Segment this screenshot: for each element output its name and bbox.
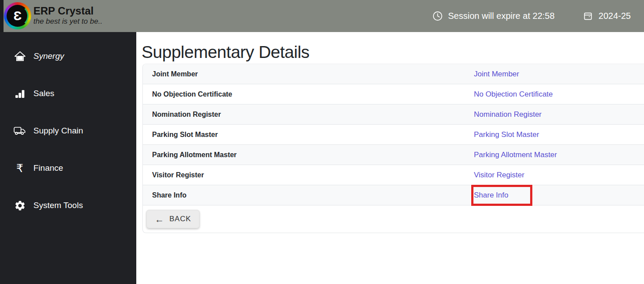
app-header: Ɛ ERP Crystal the best is yet to be.. Se…: [0, 0, 644, 32]
page-title: Supplementary Details: [142, 43, 644, 62]
fiscal-year-text: 2024-25: [599, 11, 631, 21]
sidebar: Synergy Sales Supply Chain ₹ Finan: [0, 32, 136, 284]
sidebar-item-label: System Tools: [33, 201, 83, 210]
sidebar-item-label: Finance: [33, 163, 63, 173]
table-row: Share Info Share Info: [143, 185, 644, 205]
back-button[interactable]: ← BACK: [146, 210, 200, 228]
header-left-strip: [0, 0, 4, 32]
table-row: Nomination Register Nomination Register: [143, 104, 644, 125]
sidebar-item-supply-chain[interactable]: Supply Chain: [0, 120, 136, 142]
back-button-label: BACK: [169, 215, 191, 223]
sidebar-item-system-tools[interactable]: System Tools: [0, 194, 136, 216]
clock-icon: [431, 11, 444, 21]
row-label: Nomination Register: [143, 111, 474, 119]
brand-block: ERP Crystal the best is yet to be..: [33, 5, 102, 26]
app-logo: Ɛ: [4, 2, 31, 29]
sidebar-item-label: Synergy: [33, 51, 64, 61]
table-row: Parking Allotment Master Parking Allotme…: [143, 145, 644, 165]
row-link-share-info[interactable]: Share Info: [474, 191, 508, 200]
sidebar-item-sales[interactable]: Sales: [0, 83, 136, 104]
table-footer: ← BACK: [142, 205, 644, 233]
rupee-icon: ₹: [14, 163, 26, 174]
row-link-parking-allotment-master[interactable]: Parking Allotment Master: [474, 151, 557, 159]
truck-icon: [14, 126, 26, 136]
sidebar-item-label: Supply Chain: [33, 126, 83, 136]
fiscal-year-chip[interactable]: 2024-25: [582, 11, 631, 21]
calendar-icon: [582, 11, 594, 21]
sidebar-item-synergy[interactable]: Synergy: [0, 45, 136, 67]
table-row: Joint Member Joint Member: [143, 64, 644, 84]
row-label: Joint Member: [143, 70, 474, 78]
row-label: Parking Slot Master: [143, 131, 474, 139]
table-row: No Objection Certificate No Objection Ce…: [143, 84, 644, 104]
row-link-no-objection-certificate[interactable]: No Objection Certificate: [474, 90, 553, 99]
main-content: Supplementary Details Joint Member Joint…: [136, 32, 644, 284]
row-label: Visitor Register: [143, 171, 474, 179]
row-link-joint-member[interactable]: Joint Member: [474, 70, 519, 79]
bar-chart-icon: [14, 88, 26, 99]
row-link-parking-slot-master[interactable]: Parking Slot Master: [474, 130, 539, 139]
back-arrow-icon: ←: [155, 215, 164, 224]
table-row: Parking Slot Master Parking Slot Master: [143, 125, 644, 145]
row-label: Parking Allotment Master: [143, 151, 474, 159]
sidebar-item-label: Sales: [33, 89, 55, 98]
row-label: No Objection Certificate: [143, 90, 474, 98]
gear-icon: [14, 200, 26, 212]
logo-glyph: Ɛ: [7, 5, 29, 27]
supplementary-table: Joint Member Joint Member No Objection C…: [142, 64, 644, 205]
table-row: Visitor Register Visitor Register: [143, 165, 644, 185]
session-text: Session will expire at 22:58: [448, 11, 554, 21]
header-right: Session will expire at 22:58 2024-25: [431, 0, 631, 32]
brand-title: ERP Crystal: [33, 5, 102, 17]
row-link-visitor-register[interactable]: Visitor Register: [474, 171, 524, 180]
home-icon: [14, 50, 26, 62]
sidebar-item-finance[interactable]: ₹ Finance: [0, 157, 136, 179]
session-chip: Session will expire at 22:58: [431, 11, 554, 21]
brand-tagline: the best is yet to be..: [33, 17, 102, 26]
row-link-nomination-register[interactable]: Nomination Register: [474, 110, 542, 119]
row-label: Share Info: [143, 191, 474, 199]
